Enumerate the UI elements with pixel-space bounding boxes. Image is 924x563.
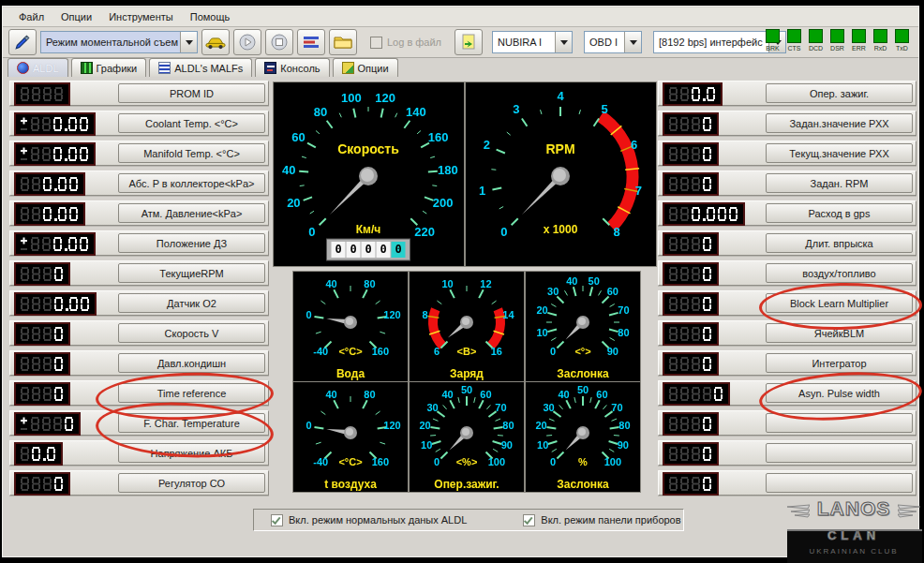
aldl-normal-mode-checkbox-box[interactable] [271,514,283,526]
toolbar-button-play[interactable] [233,29,261,55]
param-label-time-reference[interactable]: Time reference [118,383,265,403]
param-label-iac-target[interactable]: Задан.значение РХХ [766,113,913,133]
tab-label: ALDL's MALFs [174,63,243,74]
tab-charts[interactable]: Графики [71,58,147,77]
menu-item-help[interactable]: Помощь [182,9,239,24]
data-row-blank-3 [658,470,917,496]
seven-segment-display-coolant-temp [14,112,96,136]
dashboard-mode-checkbox-box[interactable] [523,514,535,526]
footer-options-bar: Вкл. режим нормальных даных ALDL Вкл. ре… [253,509,684,531]
param-label-throttle-position[interactable]: Положение ДЗ [118,233,265,253]
menu-item-file[interactable]: Файл [10,9,52,24]
led-indicator [787,29,801,43]
led-indicator [895,29,909,43]
param-label-manifold-temp[interactable]: Manifold Temp. <°C> [118,143,265,163]
toolbar-button-send-file[interactable] [455,29,483,55]
data-row-blank-2 [658,440,917,466]
data-row-iac-current: Текущ.значение РХХ [658,141,917,166]
param-label-map-kpa[interactable]: Абс. P в коллекторе<kPa> [118,173,265,193]
data-row-baro-kpa: Атм. Давление<kPa> [9,200,269,226]
tab-options[interactable]: Опции [333,58,398,77]
param-label-blm-cell[interactable]: ЯчейкBLM [766,323,913,343]
toolbar-button-connect[interactable] [8,29,37,55]
param-label-prom-id[interactable]: PROM ID [118,83,265,103]
param-label-blank-2[interactable] [766,443,913,463]
app-root: { "menu": { "items": [ {"id":"file","lab… [0,0,924,563]
seven-segment-display-f-char-temperature [14,412,81,436]
data-row-blank-1 [658,410,917,436]
aldl-normal-mode-checkbox[interactable]: Вкл. режим нормальных даных ALDL [271,514,467,526]
seven-segment-display-o2-sensor [14,292,97,316]
seven-segment-display-air-fuel [663,262,719,286]
data-row-fuel-gps: Расход в gps [658,200,917,226]
mode-select-value: Режим моментальной съем [41,32,180,52]
data-row-spark-advance: Опер. зажиг. [658,81,917,106]
seven-segment-display-baro-kpa [14,202,85,226]
param-label-ac-pressure[interactable]: Давл.кондишн [118,353,265,373]
led-brk: BRK [766,29,780,52]
plug-pen-icon [14,34,31,51]
toolbar-button-vehicle[interactable] [201,29,230,55]
chevron-down-icon [186,40,193,45]
dashboard-mode-checkbox[interactable]: Вкл. режим панели приборов [523,514,680,526]
tab-label: Опции [358,63,389,74]
seven-segment-display-map-kpa [14,172,85,196]
data-row-target-rpm: Задан. RPM [658,170,917,196]
obd-select[interactable]: OBD I [584,31,642,53]
param-label-target-rpm[interactable]: Задан. RPM [766,173,913,193]
tab-malfs[interactable]: ALDL's MALFs [149,58,252,77]
seven-segment-display-time-reference [14,382,70,406]
led-indicator [830,29,844,43]
seven-segment-display-block-learn-multiplier [663,292,719,316]
mode-select-dropdown-button[interactable] [180,32,197,52]
param-label-async-pulse-width[interactable]: Asyn. Pulse width [766,383,913,403]
data-row-battery-voltage: Напряжение АКБ [9,440,269,466]
param-label-fuel-gps[interactable]: Расход в gps [766,203,913,223]
chevron-down-icon [630,40,637,45]
param-label-co-regulator[interactable]: Регулятор СО [118,473,265,493]
param-label-inj-pulse[interactable]: Длит. впрыска [766,233,913,253]
param-label-o2-sensor[interactable]: Датчик O2 [118,293,265,313]
param-label-f-char-temperature[interactable]: F. Char. Temperature [118,413,265,433]
param-label-air-fuel[interactable]: воздух/топливо [766,263,913,283]
data-row-speed-v: Скорость V [9,320,269,346]
tab-aldl[interactable]: ALDL [7,58,68,77]
param-label-battery-voltage[interactable]: Напряжение АКБ [118,443,265,463]
log-to-file-checkbox[interactable]: Log в файл [370,37,441,49]
watermark-caption: UKRAINIAN CLUB [783,547,924,556]
param-label-integrator[interactable]: Интегратор [766,353,913,373]
options-icon [342,62,354,74]
watermark: LANOS CLAN UKRAINIAN CLUB [783,497,924,563]
param-label-block-learn-multiplier[interactable]: Block Learn Multiplier [766,293,913,313]
led-dcd: DCD [809,29,823,52]
param-label-blank-3[interactable] [766,473,913,493]
toolbar-button-aldl-console[interactable] [297,29,325,55]
data-row-coolant-temp: Coolant Temp. <°C> [9,111,269,136]
menu-item-tools[interactable]: Инструменты [100,9,182,24]
param-label-speed-v[interactable]: Скорость V [118,323,265,343]
vehicle-select-dropdown-button[interactable] [555,32,572,52]
mode-select[interactable]: Режим моментальной съем [40,31,198,53]
tab-console[interactable]: Консоль [255,58,329,77]
toolbar: Режим моментальной съем Log в файл NUBIR… [3,27,918,58]
obd-select-dropdown-button[interactable] [624,32,641,52]
dashboard-mode-label: Вкл. режим панели приборов [541,514,680,526]
param-label-blank-1[interactable] [766,413,913,433]
toolbar-button-open-log[interactable] [329,29,357,55]
param-label-current-rpm[interactable]: ТекущиеRPM [118,263,265,283]
menu-item-options[interactable]: Опции [52,9,100,24]
param-label-iac-current[interactable]: Текущ.значение РХХ [766,143,913,163]
status-led-bar: BRKCTSDCDDSRERRRxDTxD [766,29,909,52]
car-icon [205,36,226,50]
log-checkbox-box[interactable] [370,37,382,49]
seven-segment-display-blank-2 [663,442,719,466]
param-label-baro-kpa[interactable]: Атм. Давление<kPa> [118,203,265,223]
toolbar-button-stop[interactable] [265,29,293,55]
data-row-block-learn-multiplier: Block Learn Multiplier [658,290,917,316]
vehicle-select[interactable]: NUBIRA I [492,31,573,53]
gauge-air-temp [292,381,409,493]
data-row-o2-sensor: Датчик O2 [9,290,269,316]
param-label-coolant-temp[interactable]: Coolant Temp. <°C> [118,113,265,133]
gauge-spark-pct [409,381,525,493]
param-label-spark-advance[interactable]: Опер. зажиг. [766,83,913,103]
